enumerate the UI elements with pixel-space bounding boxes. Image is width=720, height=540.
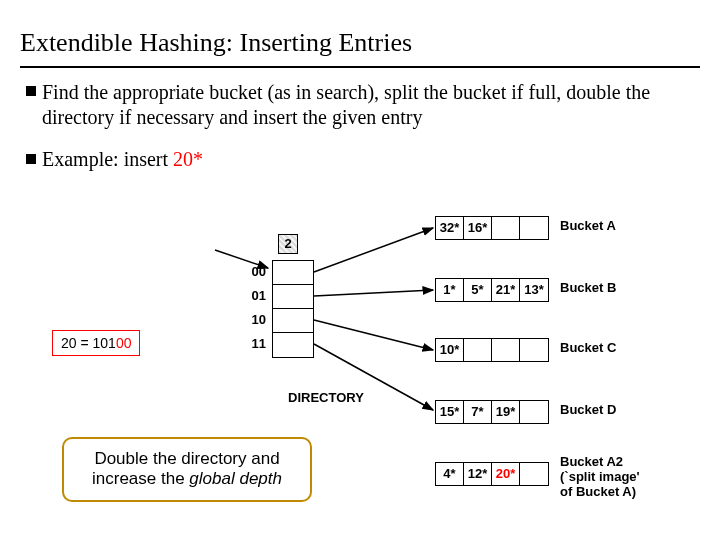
title-divider	[20, 66, 700, 68]
bucket-cell: 13*	[520, 279, 548, 301]
dir-label-00: 00	[242, 264, 266, 279]
example-value: 20*	[173, 148, 203, 170]
bucket-cell: 16*	[464, 217, 492, 239]
bucket-A2-label: Bucket A2 (`split image' of Bucket A)	[560, 455, 640, 500]
bucket-cell	[492, 217, 520, 239]
bucket-C: 10*	[435, 338, 549, 362]
bullet-marker-icon	[26, 86, 36, 96]
dir-label-11: 11	[242, 336, 266, 351]
bucket-A2-label-line1: Bucket A2	[560, 455, 640, 470]
svg-line-4	[215, 250, 268, 268]
callout-line2a: increase the	[92, 469, 189, 488]
bucket-cell: 4*	[436, 463, 464, 485]
dir-label-01: 01	[242, 288, 266, 303]
bucket-cell: 5*	[464, 279, 492, 301]
directory-caption: DIRECTORY	[288, 390, 364, 405]
svg-line-2	[314, 320, 433, 350]
svg-line-3	[314, 344, 433, 410]
bullet-marker-icon	[26, 154, 36, 164]
dir-cell	[273, 285, 313, 309]
bucket-cell	[520, 217, 548, 239]
example-prefix: Example: insert	[42, 148, 173, 170]
svg-line-0	[314, 228, 433, 272]
bucket-cell: 10*	[436, 339, 464, 361]
bullet-main-row: Find the appropriate bucket (as in searc…	[0, 80, 720, 130]
bucket-cell	[520, 339, 548, 361]
bucket-cell	[492, 339, 520, 361]
bucket-cell	[464, 339, 492, 361]
callout-global-depth-phrase: global depth	[189, 469, 282, 488]
bucket-cell	[520, 463, 548, 485]
bullet-example-row: Example: insert 20*	[0, 148, 720, 171]
example-text: Example: insert 20*	[42, 148, 203, 171]
binary-box: 20 = 10100	[52, 330, 140, 356]
bucket-cell: 12*	[464, 463, 492, 485]
bucket-D-label: Bucket D	[560, 403, 616, 418]
bucket-cell: 21*	[492, 279, 520, 301]
bucket-B-label: Bucket B	[560, 281, 616, 296]
callout-line1: Double the directory and	[78, 449, 296, 469]
bucket-A2-label-line3: of Bucket A)	[560, 485, 640, 500]
bucket-A2: 4* 12* 20*	[435, 462, 549, 486]
bucket-cell: 32*	[436, 217, 464, 239]
bucket-C-label: Bucket C	[560, 341, 616, 356]
dir-label-10: 10	[242, 312, 266, 327]
directory-box	[272, 260, 314, 358]
dir-cell	[273, 261, 313, 285]
bucket-cell: 1*	[436, 279, 464, 301]
svg-line-1	[314, 290, 433, 296]
bucket-cell: 15*	[436, 401, 464, 423]
dir-cell	[273, 309, 313, 333]
bucket-cell: 19*	[492, 401, 520, 423]
bucket-cell: 7*	[464, 401, 492, 423]
bucket-A2-label-line2: (`split image'	[560, 470, 640, 485]
callout-double-directory: Double the directory and increase the gl…	[62, 437, 312, 502]
bucket-D: 15* 7* 19*	[435, 400, 549, 424]
bucket-cell	[520, 401, 548, 423]
binary-suffix: 00	[116, 335, 132, 351]
bucket-A-label: Bucket A	[560, 219, 616, 234]
bullet-main-text: Find the appropriate bucket (as in searc…	[42, 80, 690, 130]
bucket-cell-inserted: 20*	[492, 463, 520, 485]
bucket-B: 1* 5* 21* 13*	[435, 278, 549, 302]
bucket-A: 32* 16*	[435, 216, 549, 240]
binary-prefix: 20 = 101	[61, 335, 116, 351]
dir-cell	[273, 333, 313, 357]
global-depth-box: 2	[278, 234, 298, 254]
slide-title: Extendible Hashing: Inserting Entries	[0, 0, 720, 66]
